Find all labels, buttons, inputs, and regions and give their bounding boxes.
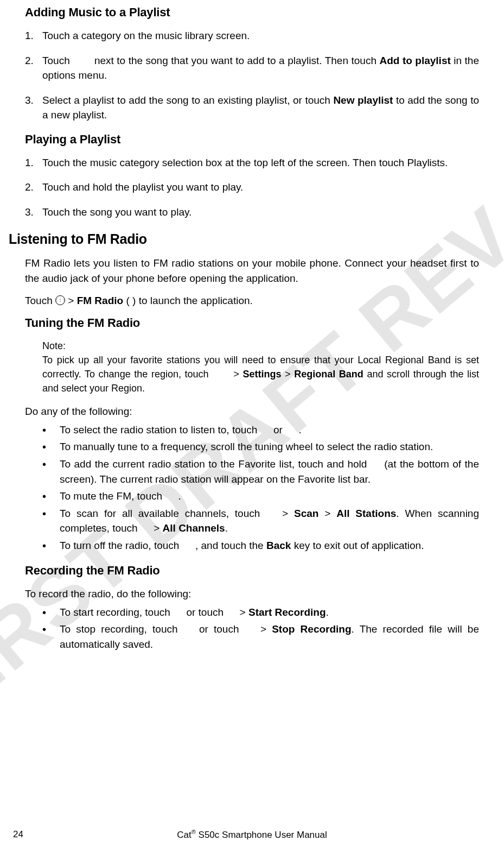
heading-playing-playlist: Playing a Playlist xyxy=(25,132,479,147)
text: To turn off the radio, touch xyxy=(60,540,182,551)
note-label: Note: xyxy=(42,339,479,353)
text: Cat xyxy=(177,830,191,840)
text: . xyxy=(296,424,302,435)
list-item: To turn off the radio, touch , and touch… xyxy=(42,538,479,553)
text: > xyxy=(65,295,77,306)
text: , and touch the xyxy=(193,540,266,551)
heading-tuning-fm: Tuning the FM Radio xyxy=(25,316,479,330)
list-item: To mute the FM, touch . xyxy=(42,489,479,504)
text: or touch xyxy=(183,607,226,618)
list-item: Touch the music category selection box a… xyxy=(25,155,479,170)
bullet-list-recording: To start recording, touch or touch > Sta… xyxy=(25,605,479,652)
bold-text: Start Recording xyxy=(248,607,326,618)
list-item: To select the radio station to listen to… xyxy=(42,422,479,438)
apps-icon xyxy=(55,295,65,305)
list-item: Touch a category on the music library sc… xyxy=(25,28,479,43)
text: > xyxy=(230,369,243,380)
text: Select a playlist to add the song to an … xyxy=(42,94,333,106)
text: To stop recording, touch xyxy=(60,623,183,635)
text: > xyxy=(318,508,336,519)
bold-text: New playlist xyxy=(333,94,393,106)
page-number: 24 xyxy=(0,829,38,840)
text: ( ) to launch the application. xyxy=(123,295,253,306)
text: . xyxy=(225,522,228,534)
list-item: To add the current radio station to the … xyxy=(42,457,479,487)
list-item: To scan for all available channels, touc… xyxy=(42,506,479,536)
text: . xyxy=(175,490,181,502)
text: S50c Smartphone User Manual xyxy=(196,830,327,840)
footer-title: Cat® S50c Smartphone User Manual xyxy=(38,829,466,841)
list-item: Touch and hold the playlist you want to … xyxy=(25,180,479,195)
text: next to the song that you want to add to… xyxy=(91,55,379,66)
text: or touch xyxy=(194,623,245,635)
paragraph: Do any of the following: xyxy=(25,404,479,419)
list-item: Select a playlist to add the song to an … xyxy=(25,93,479,123)
text: key to exit out of application. xyxy=(291,540,424,551)
heading-adding-music: Adding Music to a Playlist xyxy=(25,5,479,20)
text: To mute the FM, touch xyxy=(60,490,165,502)
text: Touch xyxy=(42,55,73,66)
note-body: To pick up all your favorite stations yo… xyxy=(42,353,479,395)
paragraph: FM Radio lets you listen to FM radio sta… xyxy=(25,256,479,286)
list-item: To manually tune to a frequency, scroll … xyxy=(42,439,479,454)
bold-text: FM Radio xyxy=(77,295,124,306)
list-playing-playlist: Touch the music category selection box a… xyxy=(25,155,479,220)
text: To add the current radio station to the … xyxy=(60,458,371,470)
list-item: To start recording, touch or touch > Sta… xyxy=(42,605,479,620)
text: > xyxy=(276,508,294,519)
bold-text: Scan xyxy=(294,508,318,519)
text: > xyxy=(255,623,272,635)
heading-recording-fm: Recording the FM Radio xyxy=(25,564,479,578)
text: To start recording, touch xyxy=(60,607,173,618)
bold-text: All Channels xyxy=(163,522,225,534)
bold-text: Back xyxy=(266,540,291,551)
bold-text: All Stations xyxy=(336,508,396,519)
text: Touch xyxy=(25,295,55,306)
text: To scan for all available channels, touc… xyxy=(60,508,266,519)
bold-text: Regional Band xyxy=(294,369,363,380)
bold-text: Stop Recording xyxy=(272,623,351,635)
bold-text: Add to playlist xyxy=(379,55,450,66)
list-adding-music: Touch a category on the music library sc… xyxy=(25,28,479,123)
text: . xyxy=(326,607,329,618)
text: To select the radio station to listen to… xyxy=(60,424,260,435)
note-block: Note: To pick up all your favorite stati… xyxy=(25,339,479,395)
list-item: Touch next to the song that you want to … xyxy=(25,53,479,83)
text: or xyxy=(271,424,285,435)
text: > xyxy=(281,369,294,380)
paragraph: To record the radio, do the following: xyxy=(25,586,479,602)
registered-mark: ® xyxy=(192,829,196,835)
text: > xyxy=(151,522,163,534)
heading-listening-fm: Listening to FM Radio xyxy=(9,231,479,247)
bullet-list-tuning: To select the radio station to listen to… xyxy=(25,422,479,553)
paragraph: Touch > FM Radio ( ) to launch the appli… xyxy=(25,293,479,308)
page-footer: 24 Cat® S50c Smartphone User Manual xyxy=(0,829,504,841)
list-item: Touch the song you want to play. xyxy=(25,205,479,220)
text: > xyxy=(237,607,248,618)
bold-text: Settings xyxy=(243,369,281,380)
list-item: To stop recording, touch or touch > Stop… xyxy=(42,622,479,652)
